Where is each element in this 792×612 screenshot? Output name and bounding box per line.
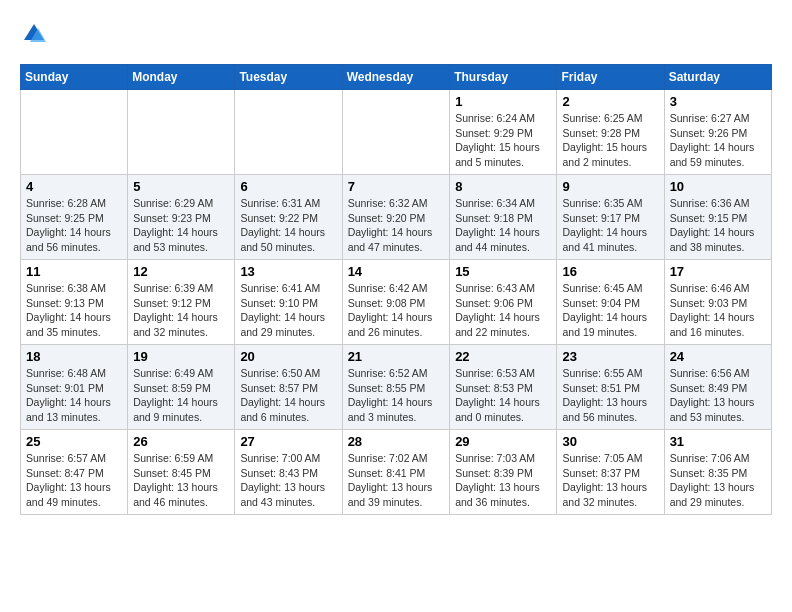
calendar-header-cell: Saturday <box>664 65 771 90</box>
day-info: Sunrise: 6:50 AM Sunset: 8:57 PM Dayligh… <box>240 366 336 425</box>
day-info: Sunrise: 6:31 AM Sunset: 9:22 PM Dayligh… <box>240 196 336 255</box>
calendar-header-cell: Wednesday <box>342 65 450 90</box>
day-number: 16 <box>562 264 658 279</box>
calendar-day-cell: 13Sunrise: 6:41 AM Sunset: 9:10 PM Dayli… <box>235 260 342 345</box>
day-info: Sunrise: 6:29 AM Sunset: 9:23 PM Dayligh… <box>133 196 229 255</box>
day-info: Sunrise: 6:39 AM Sunset: 9:12 PM Dayligh… <box>133 281 229 340</box>
calendar-day-cell: 30Sunrise: 7:05 AM Sunset: 8:37 PM Dayli… <box>557 430 664 515</box>
calendar-week-row: 4Sunrise: 6:28 AM Sunset: 9:25 PM Daylig… <box>21 175 772 260</box>
day-info: Sunrise: 6:35 AM Sunset: 9:17 PM Dayligh… <box>562 196 658 255</box>
calendar-body: 1Sunrise: 6:24 AM Sunset: 9:29 PM Daylig… <box>21 90 772 515</box>
calendar-week-row: 11Sunrise: 6:38 AM Sunset: 9:13 PM Dayli… <box>21 260 772 345</box>
day-info: Sunrise: 6:45 AM Sunset: 9:04 PM Dayligh… <box>562 281 658 340</box>
calendar-day-cell: 24Sunrise: 6:56 AM Sunset: 8:49 PM Dayli… <box>664 345 771 430</box>
day-info: Sunrise: 6:56 AM Sunset: 8:49 PM Dayligh… <box>670 366 766 425</box>
day-info: Sunrise: 6:48 AM Sunset: 9:01 PM Dayligh… <box>26 366 122 425</box>
day-number: 22 <box>455 349 551 364</box>
calendar-header-cell: Friday <box>557 65 664 90</box>
day-number: 7 <box>348 179 445 194</box>
calendar-day-cell: 11Sunrise: 6:38 AM Sunset: 9:13 PM Dayli… <box>21 260 128 345</box>
day-info: Sunrise: 6:57 AM Sunset: 8:47 PM Dayligh… <box>26 451 122 510</box>
calendar-day-cell: 6Sunrise: 6:31 AM Sunset: 9:22 PM Daylig… <box>235 175 342 260</box>
calendar-header-cell: Monday <box>128 65 235 90</box>
day-number: 6 <box>240 179 336 194</box>
day-number: 31 <box>670 434 766 449</box>
day-info: Sunrise: 7:00 AM Sunset: 8:43 PM Dayligh… <box>240 451 336 510</box>
calendar-day-cell <box>235 90 342 175</box>
day-info: Sunrise: 6:59 AM Sunset: 8:45 PM Dayligh… <box>133 451 229 510</box>
day-number: 27 <box>240 434 336 449</box>
calendar-day-cell: 3Sunrise: 6:27 AM Sunset: 9:26 PM Daylig… <box>664 90 771 175</box>
day-info: Sunrise: 7:02 AM Sunset: 8:41 PM Dayligh… <box>348 451 445 510</box>
calendar-day-cell: 28Sunrise: 7:02 AM Sunset: 8:41 PM Dayli… <box>342 430 450 515</box>
calendar-day-cell: 5Sunrise: 6:29 AM Sunset: 9:23 PM Daylig… <box>128 175 235 260</box>
calendar-day-cell: 14Sunrise: 6:42 AM Sunset: 9:08 PM Dayli… <box>342 260 450 345</box>
calendar-day-cell: 18Sunrise: 6:48 AM Sunset: 9:01 PM Dayli… <box>21 345 128 430</box>
day-info: Sunrise: 7:06 AM Sunset: 8:35 PM Dayligh… <box>670 451 766 510</box>
day-number: 3 <box>670 94 766 109</box>
calendar-day-cell: 26Sunrise: 6:59 AM Sunset: 8:45 PM Dayli… <box>128 430 235 515</box>
day-info: Sunrise: 6:55 AM Sunset: 8:51 PM Dayligh… <box>562 366 658 425</box>
calendar-day-cell: 4Sunrise: 6:28 AM Sunset: 9:25 PM Daylig… <box>21 175 128 260</box>
day-info: Sunrise: 7:05 AM Sunset: 8:37 PM Dayligh… <box>562 451 658 510</box>
calendar-day-cell <box>128 90 235 175</box>
day-info: Sunrise: 6:38 AM Sunset: 9:13 PM Dayligh… <box>26 281 122 340</box>
day-number: 8 <box>455 179 551 194</box>
day-number: 1 <box>455 94 551 109</box>
calendar-day-cell: 16Sunrise: 6:45 AM Sunset: 9:04 PM Dayli… <box>557 260 664 345</box>
page-header <box>20 20 772 48</box>
calendar-day-cell: 10Sunrise: 6:36 AM Sunset: 9:15 PM Dayli… <box>664 175 771 260</box>
day-info: Sunrise: 6:46 AM Sunset: 9:03 PM Dayligh… <box>670 281 766 340</box>
day-number: 11 <box>26 264 122 279</box>
calendar-day-cell: 21Sunrise: 6:52 AM Sunset: 8:55 PM Dayli… <box>342 345 450 430</box>
calendar-week-row: 25Sunrise: 6:57 AM Sunset: 8:47 PM Dayli… <box>21 430 772 515</box>
day-info: Sunrise: 7:03 AM Sunset: 8:39 PM Dayligh… <box>455 451 551 510</box>
day-number: 24 <box>670 349 766 364</box>
day-number: 20 <box>240 349 336 364</box>
day-info: Sunrise: 6:42 AM Sunset: 9:08 PM Dayligh… <box>348 281 445 340</box>
day-number: 25 <box>26 434 122 449</box>
day-number: 30 <box>562 434 658 449</box>
calendar-day-cell <box>21 90 128 175</box>
day-number: 15 <box>455 264 551 279</box>
day-number: 26 <box>133 434 229 449</box>
day-number: 21 <box>348 349 445 364</box>
day-info: Sunrise: 6:41 AM Sunset: 9:10 PM Dayligh… <box>240 281 336 340</box>
day-number: 13 <box>240 264 336 279</box>
day-number: 2 <box>562 94 658 109</box>
calendar-day-cell: 7Sunrise: 6:32 AM Sunset: 9:20 PM Daylig… <box>342 175 450 260</box>
calendar-day-cell: 27Sunrise: 7:00 AM Sunset: 8:43 PM Dayli… <box>235 430 342 515</box>
calendar-table: SundayMondayTuesdayWednesdayThursdayFrid… <box>20 64 772 515</box>
day-info: Sunrise: 6:34 AM Sunset: 9:18 PM Dayligh… <box>455 196 551 255</box>
calendar-header-row: SundayMondayTuesdayWednesdayThursdayFrid… <box>21 65 772 90</box>
calendar-day-cell: 17Sunrise: 6:46 AM Sunset: 9:03 PM Dayli… <box>664 260 771 345</box>
calendar-header-cell: Thursday <box>450 65 557 90</box>
calendar-header-cell: Sunday <box>21 65 128 90</box>
calendar-day-cell: 23Sunrise: 6:55 AM Sunset: 8:51 PM Dayli… <box>557 345 664 430</box>
calendar-day-cell: 15Sunrise: 6:43 AM Sunset: 9:06 PM Dayli… <box>450 260 557 345</box>
calendar-day-cell: 2Sunrise: 6:25 AM Sunset: 9:28 PM Daylig… <box>557 90 664 175</box>
day-number: 12 <box>133 264 229 279</box>
calendar-day-cell: 12Sunrise: 6:39 AM Sunset: 9:12 PM Dayli… <box>128 260 235 345</box>
calendar-day-cell: 31Sunrise: 7:06 AM Sunset: 8:35 PM Dayli… <box>664 430 771 515</box>
calendar-day-cell: 9Sunrise: 6:35 AM Sunset: 9:17 PM Daylig… <box>557 175 664 260</box>
day-number: 4 <box>26 179 122 194</box>
logo <box>20 20 52 48</box>
day-number: 9 <box>562 179 658 194</box>
day-info: Sunrise: 6:24 AM Sunset: 9:29 PM Dayligh… <box>455 111 551 170</box>
day-number: 10 <box>670 179 766 194</box>
calendar-week-row: 18Sunrise: 6:48 AM Sunset: 9:01 PM Dayli… <box>21 345 772 430</box>
day-number: 19 <box>133 349 229 364</box>
day-number: 29 <box>455 434 551 449</box>
calendar-day-cell <box>342 90 450 175</box>
day-info: Sunrise: 6:49 AM Sunset: 8:59 PM Dayligh… <box>133 366 229 425</box>
day-info: Sunrise: 6:36 AM Sunset: 9:15 PM Dayligh… <box>670 196 766 255</box>
calendar-day-cell: 25Sunrise: 6:57 AM Sunset: 8:47 PM Dayli… <box>21 430 128 515</box>
calendar-day-cell: 20Sunrise: 6:50 AM Sunset: 8:57 PM Dayli… <box>235 345 342 430</box>
calendar-day-cell: 29Sunrise: 7:03 AM Sunset: 8:39 PM Dayli… <box>450 430 557 515</box>
day-number: 28 <box>348 434 445 449</box>
calendar-week-row: 1Sunrise: 6:24 AM Sunset: 9:29 PM Daylig… <box>21 90 772 175</box>
calendar-day-cell: 1Sunrise: 6:24 AM Sunset: 9:29 PM Daylig… <box>450 90 557 175</box>
day-number: 14 <box>348 264 445 279</box>
day-number: 17 <box>670 264 766 279</box>
